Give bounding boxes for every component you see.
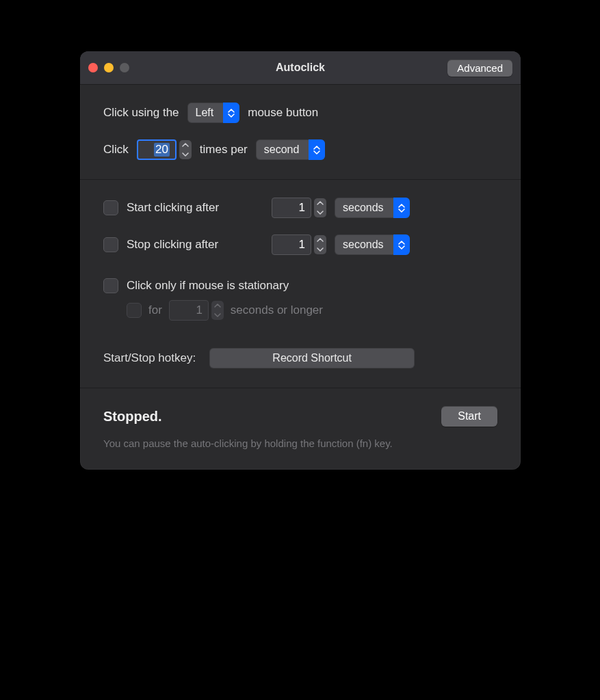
start-after-input[interactable]: 1 bbox=[272, 198, 311, 218]
mouse-button-select[interactable]: Left bbox=[187, 103, 240, 123]
stop-after-unit-select[interactable]: seconds bbox=[335, 234, 410, 255]
chevron-down-icon bbox=[211, 310, 224, 320]
label-stationary: Click only if mouse is stationary bbox=[127, 279, 289, 293]
row-status: Stopped. Start bbox=[103, 406, 497, 427]
chevron-down-icon[interactable] bbox=[314, 245, 326, 254]
stationary-for-checkbox bbox=[127, 303, 142, 318]
label-mouse-button: mouse button bbox=[248, 106, 318, 120]
label-click: Click bbox=[103, 143, 129, 157]
row-click-rate: Click 20 times per second bbox=[103, 139, 497, 160]
label-stationary-for-post: seconds or longer bbox=[231, 304, 323, 317]
app-window: Autoclick Advanced Click using the Left … bbox=[80, 51, 521, 470]
label-hotkey: Start/Stop hotkey: bbox=[103, 351, 196, 365]
stop-after-input[interactable]: 1 bbox=[272, 234, 311, 255]
row-mouse-button: Click using the Left mouse button bbox=[103, 103, 497, 123]
close-icon[interactable] bbox=[88, 63, 98, 72]
stop-after-stepper[interactable] bbox=[314, 235, 326, 254]
updown-icon bbox=[393, 198, 410, 218]
mouse-button-select-value: Left bbox=[187, 107, 224, 119]
start-after-field[interactable]: 1 bbox=[272, 198, 326, 218]
record-shortcut-button[interactable]: Record Shortcut bbox=[209, 348, 415, 368]
start-after-checkbox[interactable] bbox=[103, 200, 118, 215]
stationary-for-stepper bbox=[211, 301, 224, 320]
start-after-unit-value: seconds bbox=[335, 202, 393, 214]
start-after-unit-select[interactable]: seconds bbox=[335, 198, 410, 218]
section-status: Stopped. Start You can pause the auto-cl… bbox=[80, 388, 521, 470]
click-count-field[interactable]: 20 bbox=[137, 139, 192, 160]
updown-icon bbox=[393, 234, 410, 255]
chevron-up-icon[interactable] bbox=[314, 198, 326, 208]
start-after-stepper[interactable] bbox=[314, 198, 326, 217]
row-hotkey: Start/Stop hotkey: Record Shortcut bbox=[103, 348, 497, 368]
chevron-down-icon[interactable] bbox=[314, 208, 326, 217]
minimize-icon[interactable] bbox=[104, 63, 114, 72]
chevron-up-icon[interactable] bbox=[179, 140, 192, 150]
updown-icon bbox=[309, 139, 325, 160]
status-text: Stopped. bbox=[103, 409, 162, 425]
row-stationary: Click only if mouse is stationary bbox=[103, 278, 497, 293]
time-unit-select-value: second bbox=[256, 144, 309, 156]
hint-text: You can pause the auto-clicking by holdi… bbox=[103, 436, 397, 450]
stationary-for-field: 1 bbox=[169, 300, 224, 321]
stop-after-unit-value: seconds bbox=[335, 239, 393, 251]
row-stationary-for: for 1 seconds or longer bbox=[127, 300, 497, 321]
label-stop-after: Stop clicking after bbox=[127, 238, 263, 252]
row-stop-after: Stop clicking after 1 seconds bbox=[103, 234, 497, 255]
stop-after-field[interactable]: 1 bbox=[272, 234, 326, 255]
zoom-icon[interactable] bbox=[120, 63, 129, 72]
start-button[interactable]: Start bbox=[441, 406, 497, 427]
chevron-down-icon[interactable] bbox=[179, 150, 192, 159]
chevron-up-icon[interactable] bbox=[314, 235, 326, 245]
label-start-after: Start clicking after bbox=[127, 201, 263, 215]
click-count-input[interactable]: 20 bbox=[137, 139, 177, 160]
label-times-per: times per bbox=[200, 143, 248, 157]
chevron-up-icon bbox=[211, 301, 224, 310]
time-unit-select[interactable]: second bbox=[256, 139, 326, 160]
section-timing-options: Start clicking after 1 seconds Stop clic… bbox=[80, 180, 521, 388]
updown-icon bbox=[223, 103, 239, 123]
advanced-button[interactable]: Advanced bbox=[447, 59, 512, 77]
section-click-settings: Click using the Left mouse button Click … bbox=[80, 85, 521, 180]
click-count-stepper[interactable] bbox=[179, 140, 192, 159]
traffic-lights bbox=[88, 63, 129, 72]
label-stationary-for: for bbox=[148, 304, 162, 317]
row-start-after: Start clicking after 1 seconds bbox=[103, 198, 497, 218]
stationary-checkbox[interactable] bbox=[103, 278, 118, 293]
titlebar: Autoclick Advanced bbox=[80, 51, 521, 85]
stationary-for-input: 1 bbox=[169, 300, 209, 321]
stop-after-checkbox[interactable] bbox=[103, 237, 118, 252]
label-click-using: Click using the bbox=[103, 106, 179, 120]
